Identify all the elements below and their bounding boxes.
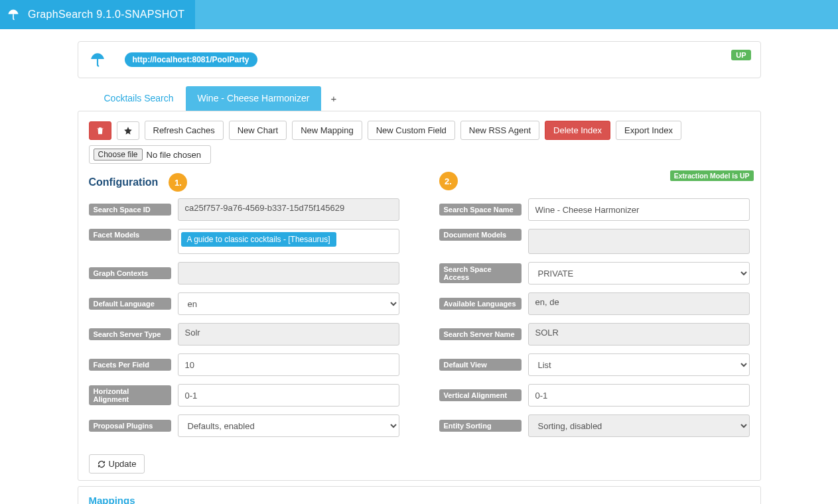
facets-per-field-input[interactable] (178, 353, 399, 376)
export-index-button[interactable]: Export Index (616, 121, 681, 140)
facet-model-tag[interactable]: A guide to classic cocktails - [Thesauru… (181, 232, 336, 247)
label-facet-models: Facet Models (89, 229, 171, 241)
label-search-space-id: Search Space ID (89, 204, 171, 216)
label-document-models: Document Models (439, 229, 522, 241)
horizontal-alignment-input[interactable] (178, 384, 399, 407)
new-custom-field-button[interactable]: New Custom Field (368, 121, 455, 140)
label-entity-sorting: Entity Sorting (439, 420, 522, 432)
document-models-value (528, 229, 750, 254)
label-facets-per-field: Facets Per Field (89, 359, 171, 371)
search-server-type-value: Solr (178, 323, 399, 346)
file-input-wrap[interactable]: Choose file No file chosen (89, 145, 211, 164)
delete-index-button[interactable]: Delete Index (545, 121, 610, 140)
label-available-languages: Available Languages (439, 298, 522, 310)
refresh-caches-button[interactable]: Refresh Caches (145, 121, 224, 140)
proposal-plugins-select[interactable]: Defaults, enabled (178, 414, 399, 437)
umbrella-icon (7, 8, 20, 21)
extraction-model-badge: Extraction Model is UP (670, 170, 754, 181)
search-space-name-input[interactable] (528, 198, 750, 221)
topbar-brand[interactable]: GraphSearch 9.1.0-SNAPSHOT (0, 0, 195, 29)
star-button[interactable] (117, 121, 139, 140)
update-button[interactable]: Update (89, 454, 145, 473)
refresh-icon (98, 460, 105, 468)
umbrella-icon (89, 51, 106, 68)
topbar: GraphSearch 9.1.0-SNAPSHOT (0, 0, 838, 29)
config-form: Search Space ID ca25f757-9a76-4569-b337-… (89, 198, 750, 473)
new-mapping-button[interactable]: New Mapping (292, 121, 362, 140)
label-search-server-name: Search Server Name (439, 328, 522, 340)
config-left-col: Search Space ID ca25f757-9a76-4569-b337-… (89, 198, 399, 473)
config-right-col: Search Space Name Document Models Search… (439, 198, 750, 473)
update-label: Update (109, 459, 137, 469)
trash-icon (96, 126, 105, 135)
available-languages-value: en, de (528, 292, 750, 315)
choose-file-button[interactable]: Choose file (94, 149, 143, 160)
graph-contexts-value (178, 262, 399, 284)
label-proposal-plugins: Proposal Plugins (89, 420, 171, 432)
status-badge: UP (731, 50, 750, 60)
label-search-space-name: Search Space Name (439, 204, 522, 216)
tabs: Cocktails Search Wine - Cheese Harmonize… (78, 86, 761, 111)
toolbar: Refresh Caches New Chart New Mapping New… (89, 121, 750, 164)
search-space-access-select[interactable]: PRIVATE (528, 262, 750, 284)
entity-sorting-select[interactable]: Sorting, disabled (528, 414, 750, 437)
app-title: GraphSearch 9.1.0-SNAPSHOT (28, 9, 184, 21)
label-default-view: Default View (439, 359, 522, 371)
label-default-language: Default Language (89, 298, 171, 310)
endpoint-pill[interactable]: http://localhost:8081/PoolParty (125, 52, 257, 67)
mappings-panel[interactable]: Mappings (78, 486, 761, 504)
tab-add[interactable]: + (321, 86, 346, 111)
star-icon (123, 126, 133, 135)
label-horizontal-alignment: Horizontal Alignment (89, 385, 171, 405)
label-search-server-type: Search Server Type (89, 328, 171, 340)
tab-cocktails-search[interactable]: Cocktails Search (92, 86, 186, 111)
delete-button[interactable] (89, 121, 111, 140)
content-panel: Refresh Caches New Chart New Mapping New… (78, 111, 761, 481)
file-status-text: No file chosen (147, 150, 210, 160)
section-title: Configuration (89, 176, 159, 188)
marker-2: 2. (439, 172, 458, 190)
tab-wine-cheese[interactable]: Wine - Cheese Harmonizer (186, 86, 322, 111)
vertical-alignment-input[interactable] (528, 384, 750, 407)
default-view-select[interactable]: List (528, 353, 750, 376)
search-space-id-value: ca25f757-9a76-4569-b337-15d75f145629 (178, 198, 399, 221)
label-search-space-access: Search Space Access (439, 263, 522, 283)
label-vertical-alignment: Vertical Alignment (439, 389, 522, 401)
new-chart-button[interactable]: New Chart (229, 121, 287, 140)
header-panel: http://localhost:8081/PoolParty UP (78, 41, 761, 78)
new-rss-agent-button[interactable]: New RSS Agent (460, 121, 539, 140)
facet-models-input[interactable]: A guide to classic cocktails - [Thesauru… (178, 229, 399, 254)
search-server-name-value: SOLR (528, 323, 750, 346)
label-graph-contexts: Graph Contexts (89, 267, 171, 279)
default-language-select[interactable]: en (178, 292, 399, 315)
marker-1: 1. (169, 173, 187, 192)
